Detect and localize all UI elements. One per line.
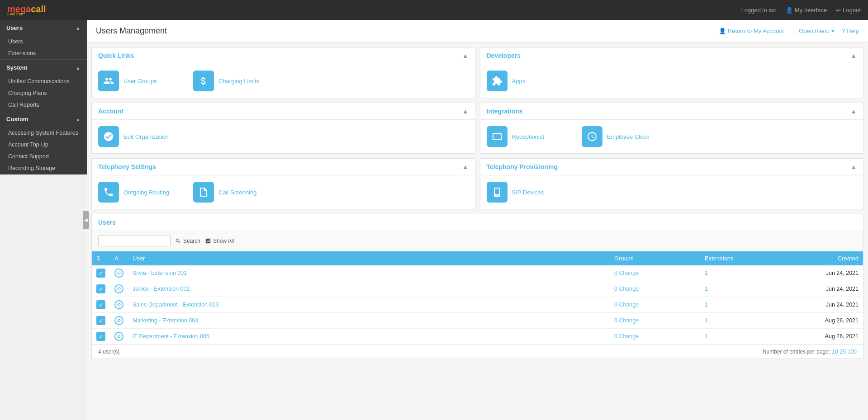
- developers-header: Developers ▲: [480, 47, 863, 64]
- integrations-collapse-icon[interactable]: ▲: [850, 108, 857, 115]
- quick-link-outgoing-routing[interactable]: Outgoing Routing: [98, 182, 189, 203]
- sidebar-section-system-header[interactable]: System ▲: [0, 60, 87, 76]
- extensions-link[interactable]: 1: [705, 286, 708, 292]
- account-collapse-icon[interactable]: ▲: [462, 108, 469, 115]
- search-button[interactable]: Search: [175, 238, 200, 244]
- sidebar-item-accessing-system-features[interactable]: Accessing System Features: [0, 127, 87, 139]
- per-page-100[interactable]: 100: [848, 349, 857, 355]
- sidebar-item-unified-communications[interactable]: Unified Communications: [0, 76, 87, 87]
- sidebar-section-custom-label: Custom: [6, 116, 28, 123]
- groups-change-link[interactable]: 0 Change: [614, 317, 639, 324]
- groups-change-link[interactable]: 0 Change: [614, 302, 639, 308]
- sidebar-item-account-topup[interactable]: Account Top-Up: [0, 139, 87, 151]
- integrations-header: Integrations ▲: [480, 103, 863, 120]
- account-header: Account ▲: [92, 103, 475, 120]
- user-icon: 👤: [786, 7, 793, 14]
- sidebar-section-custom-header[interactable]: Custom ▲: [0, 111, 87, 127]
- action-cell: ⚙: [110, 265, 128, 281]
- account-content: Edit Organization: [92, 120, 475, 153]
- quick-links-collapse-icon[interactable]: ▲: [462, 52, 469, 59]
- quick-link-call-screening[interactable]: Call Screening: [193, 182, 284, 203]
- telephony-provisioning-label: Telephony Provisioning: [487, 163, 558, 170]
- telephony-settings-panel: Telephony Settings ▲ Outgoing Routing: [91, 158, 475, 209]
- telephony-provisioning-collapse-icon[interactable]: ▲: [850, 163, 857, 170]
- extensions-link[interactable]: 1: [705, 333, 708, 340]
- groups-change-link[interactable]: 0 Change: [614, 333, 639, 340]
- extensions-cell: 1: [700, 297, 791, 313]
- quick-link-employee-clock[interactable]: Employee Clock: [582, 126, 672, 147]
- extensions-cell: 1: [700, 313, 791, 329]
- sidebar-item-recording-storage[interactable]: Recording Storage: [0, 162, 87, 174]
- sidebar-item-extensions[interactable]: Extensions: [0, 47, 87, 59]
- sidebar-item-call-reports[interactable]: Call Reports: [0, 99, 87, 111]
- sidebar-section-users-header[interactable]: Users ▲: [0, 20, 87, 36]
- return-label: Return to My Account: [728, 28, 784, 34]
- help-button[interactable]: ? Help: [842, 28, 859, 34]
- logo-tagline: Feel free: [7, 12, 24, 16]
- logout-button[interactable]: ↩ Logout: [836, 7, 861, 14]
- user-cell: Janice - Extension 002: [128, 281, 610, 297]
- search-input[interactable]: [98, 236, 171, 246]
- table-row: ✓ ⚙ Sales Department - Extension 003 0 C…: [92, 297, 863, 313]
- user-link[interactable]: Sales Department - Extension 003: [133, 302, 218, 308]
- sidebar-item-charging-plans[interactable]: Charging Plans: [0, 87, 87, 99]
- edit-org-icon: [98, 126, 119, 147]
- open-menu-button[interactable]: ⋮ Open menu ▾: [791, 28, 835, 34]
- users-table-title: Users: [98, 219, 116, 226]
- created-cell: Aug 26, 2021: [791, 313, 863, 329]
- quick-link-user-groups[interactable]: User Groups: [98, 71, 189, 91]
- per-page-10[interactable]: 10: [832, 349, 838, 355]
- return-to-account-button[interactable]: 👤 Return to My Account: [719, 28, 784, 34]
- sidebar-item-users[interactable]: Users: [0, 36, 87, 47]
- extensions-link[interactable]: 1: [705, 270, 708, 276]
- settings-icon[interactable]: ⚙: [114, 300, 123, 309]
- my-interface-link[interactable]: 👤 My Interface: [786, 7, 827, 14]
- action-cell: ⚙: [110, 313, 128, 329]
- groups-cell: 0 Change: [610, 329, 700, 344]
- user-link[interactable]: Silvia - Extension 001: [133, 270, 187, 276]
- user-link[interactable]: Marketing - Extension 004: [133, 317, 198, 324]
- quick-link-charging-limits[interactable]: Charging Limits: [193, 71, 284, 91]
- telephony-provisioning-content: SIP Devices: [480, 175, 863, 209]
- extensions-link[interactable]: 1: [705, 317, 708, 324]
- groups-change-link[interactable]: 0 Change: [614, 286, 639, 292]
- quick-link-receptionist[interactable]: Receptionist: [487, 126, 577, 147]
- integrations-panel: Integrations ▲ Receptionist: [480, 103, 864, 154]
- user-link[interactable]: Janice - Extension 002: [133, 286, 190, 292]
- per-page-25[interactable]: 25: [840, 349, 846, 355]
- show-all-button[interactable]: Show All: [205, 238, 234, 244]
- action-cell: ⚙: [110, 297, 128, 313]
- sidebar-collapse-button[interactable]: ◀: [83, 211, 89, 229]
- settings-icon[interactable]: ⚙: [114, 332, 123, 341]
- topbar-right: Logged in as: 👤 My Interface ↩ Logout: [741, 7, 861, 14]
- quick-links-content: User Groups Charging Limits: [92, 64, 475, 98]
- user-link[interactable]: IT Department - Extension 005: [133, 333, 209, 340]
- chevron-up-icon: ▲: [76, 117, 81, 122]
- developers-collapse-icon[interactable]: ▲: [850, 52, 857, 59]
- charging-limits-label: Charging Limits: [218, 78, 259, 85]
- settings-icon[interactable]: ⚙: [114, 316, 123, 325]
- users-table-header: Users: [92, 214, 863, 231]
- settings-icon[interactable]: ⚙: [114, 269, 123, 278]
- per-page-section: Number of entries per page: 10 25 100: [763, 349, 857, 355]
- created-cell: Jun 24, 2021: [791, 265, 863, 281]
- table-footer: 4 user(s) Number of entries per page: 10…: [92, 344, 863, 359]
- quick-link-sip-devices[interactable]: SIP Devices: [487, 182, 577, 203]
- telephony-settings-collapse-icon[interactable]: ▲: [462, 163, 469, 170]
- quick-link-edit-org[interactable]: Edit Organization: [98, 126, 189, 147]
- created-cell: Aug 26, 2021: [791, 329, 863, 344]
- extensions-link[interactable]: 1: [705, 302, 708, 308]
- chevron-up-icon: ▲: [76, 65, 81, 71]
- quick-link-apps[interactable]: Apps: [487, 71, 577, 91]
- employee-clock-icon: [582, 126, 602, 147]
- outgoing-routing-label: Outgoing Routing: [123, 189, 169, 196]
- groups-change-link[interactable]: 0 Change: [614, 270, 639, 276]
- settings-icon[interactable]: ⚙: [114, 284, 123, 293]
- col-header-groups: Groups: [610, 251, 700, 265]
- action-cell: ⚙: [110, 281, 128, 297]
- sidebar-section-system: System ▲ Unified Communications Charging…: [0, 60, 87, 111]
- user-cell: Sales Department - Extension 003: [128, 297, 610, 313]
- sidebar-item-contact-support[interactable]: Contact Support: [0, 151, 87, 162]
- charging-limits-icon: [193, 71, 214, 91]
- telephony-provisioning-header: Telephony Provisioning ▲: [480, 159, 863, 175]
